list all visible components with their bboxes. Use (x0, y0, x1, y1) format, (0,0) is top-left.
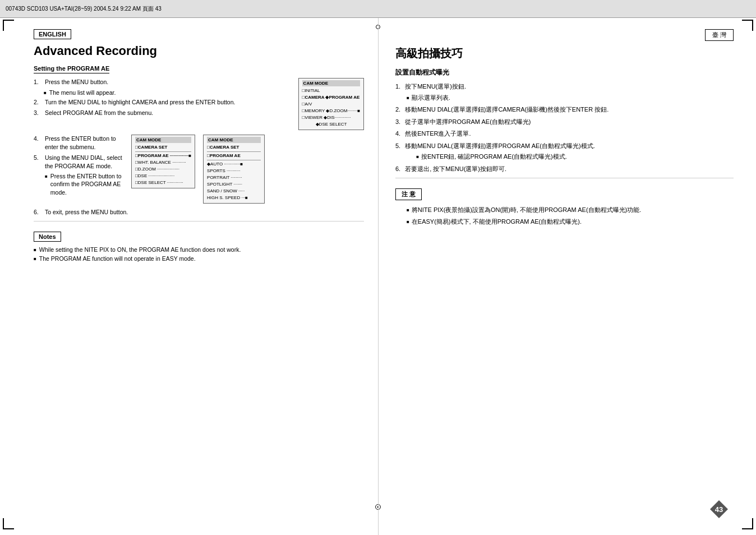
zh-section-heading: 設置自動程式曝光 (395, 68, 734, 77)
cam-mode-3-title: CAM MODE (207, 137, 261, 143)
step-3-text: Select PROGRAM AE from the submenu. (45, 109, 153, 117)
step-4-num: 4. (34, 135, 45, 143)
step-2-num: 2. (34, 98, 45, 107)
cam-mode-3-item-3: PORTRAIT ········· (207, 174, 261, 181)
main-content: ENGLISH Advanced Recording Setting the P… (0, 18, 756, 535)
zh-step-4-text: 然後ENTER進入子選單. (405, 129, 471, 139)
step-4-text: Press the ENTER button to enter the subm… (45, 135, 123, 151)
step-6-num: 6. (34, 208, 45, 216)
zh-step-4: 4. 然後ENTER進入子選單. (395, 129, 734, 139)
step-2-text: Turn the MENU DIAL to highlight CAMERA a… (45, 98, 235, 107)
step-5-bullet-1: Press the ENTER button to confirm the PR… (45, 172, 123, 197)
zh-divider (395, 178, 734, 178)
zh-step-3-num: 3. (395, 117, 400, 127)
cam-mode-1-item-6: ◆DSE SELECT (302, 121, 360, 128)
cam-mode-2-item-1: □PROGRAM AE ···············■ (135, 153, 191, 159)
cam-mode-1-item-2: □CAMERA ◆PROGRAM AE (302, 94, 360, 101)
zh-notes-item-1: 將NITE PIX(夜景拍攝)設置為ON(開)時, 不能使用PROGRAM AE… (395, 205, 734, 215)
cam-mode-2-camera-set: □CAMERA SET (135, 144, 191, 151)
cam-mode-2-item-2: □WHT. BALANCE ··········· (135, 159, 191, 166)
step-6: 6. To exit, press the MENU button. (34, 208, 364, 216)
taiwan-label: 臺 灣 (705, 29, 734, 41)
zh-step-3-text: 從子選單中選擇PROGRAM AE(自動程式曝光) (405, 117, 531, 127)
en-title: Advanced Recording (34, 44, 364, 58)
english-label: ENGLISH (34, 29, 71, 39)
cam-mode-diagram-3: CAM MODE □CAMERA SET □PROGRAM AE ◆AUTO ·… (203, 135, 265, 204)
cam-mode-2-item-4: □DSE ····················· (135, 173, 191, 179)
step-4: 4. Press the ENTER button to enter the s… (34, 135, 123, 151)
zh-step-1-num: 1. (395, 82, 400, 91)
zh-title: 高級拍攝技巧 (395, 46, 734, 61)
step-1-bullet: The menu list will appear. (44, 89, 289, 96)
zh-step-4-num: 4. (395, 129, 400, 139)
zh-step-3: 3. 從子選單中選擇PROGRAM AE(自動程式曝光) (395, 117, 734, 127)
notes-item-2: The PROGRAM AE function will not operate… (34, 255, 364, 262)
cam-mode-1-item-4: □MEMORY ◆D.ZOOM········■ (302, 108, 360, 114)
header-bar: 00743D SCD103 USA+TAI(28~59) 2004.5.24 9… (0, 0, 756, 18)
zh-step-2-num: 2. (395, 105, 400, 114)
zh-step-1-bullet: 顯示選單列表. (395, 93, 734, 103)
step-3: 3. Select PROGRAM AE from the submenu. (34, 109, 289, 117)
cam-mode-2-item-5: □DSE SELECT ············· (135, 179, 191, 186)
zh-step-5-bullet: 按ENTER鈕, 確認PROGRAM AE(自動程式曝光)模式. (405, 152, 595, 162)
cam-mode-3-item-1: ◆AUTO ·············■ (207, 161, 261, 168)
zh-step-2: 2. 移動MENU DIAL(選單選擇鈕)選擇CAMERA(攝影機)然後按下EN… (395, 105, 734, 114)
cam-mode-3-program-ae: □PROGRAM AE (207, 153, 261, 159)
zh-notes-label: 注 意 (395, 188, 422, 200)
step-5-num: 5. (34, 154, 45, 162)
cam-mode-3-item-6: HIGH S. SPEED ···■ (207, 195, 261, 201)
zh-step-1: 1. 按下MENU(選單)按鈕. 顯示選單列表. (395, 82, 734, 102)
zh-step-6-text: 若要退出, 按下MENU(選單)按鈕即可. (405, 164, 506, 174)
zh-step-5-num: 5. (395, 141, 400, 151)
zh-step-6: 6. 若要退出, 按下MENU(選單)按鈕即可. (395, 164, 734, 174)
notes-label: Notes (34, 232, 61, 242)
cam-mode-3-item-4: SPOTLIGHT ······· (207, 181, 261, 188)
zh-step-1-text: 按下MENU(選單)按鈕. (405, 82, 466, 91)
step-6-text: To exit, press the MENU button. (45, 208, 128, 216)
step-5-text: Using the MENU DIAL, select the PROGRAM … (45, 154, 123, 170)
cam-mode-3-item-5: SAND / SNOW ····· (207, 188, 261, 195)
zh-step-6-num: 6. (395, 164, 400, 174)
notes-item-1: While setting the NITE PIX to ON, the PR… (34, 246, 364, 253)
step-2: 2. Turn the MENU DIAL to highlight CAMER… (34, 98, 289, 107)
step-1-num: 1. (34, 78, 45, 86)
header-text: 00743D SCD103 USA+TAI(28~59) 2004.5.24 9… (6, 5, 162, 13)
cam-mode-diagram-1: CAM MODE □INITIAL □CAMERA ◆PROGRAM AE □A… (298, 78, 364, 130)
section-heading: Setting the PROGRAM AE (34, 65, 109, 73)
left-column: ENGLISH Advanced Recording Setting the P… (0, 18, 378, 535)
zh-notes-item-2: 在EASY(簡易)模式下, 不能使用PROGRAM AE(自動程式曝光). (395, 217, 734, 227)
divider (34, 221, 364, 222)
cam-mode-1-item-5: □VIEWER ◆DIS············· (302, 114, 360, 121)
zh-step-2-text: 移動MENU DIAL(選單選擇鈕)選擇CAMERA(攝影機)然後按下ENTER… (405, 105, 609, 114)
cam-mode-2-title: CAM MODE (135, 137, 191, 143)
cam-mode-1-title: CAM MODE (302, 80, 360, 86)
zh-step-5-text: 移動MENU DIAL(選單選擇鈕)選擇PROGRAM AE(自動程式曝光)模式… (405, 141, 595, 151)
step-1-text: Press the MENU button. (45, 78, 108, 86)
cam-mode-3-item-2: SPORTS ··········· (207, 168, 261, 174)
cam-mode-3-camera-set: □CAMERA SET (207, 144, 261, 151)
step-1: 1. Press the MENU button. (34, 78, 289, 86)
step-5: 5. Using the MENU DIAL, select the PROGR… (34, 154, 123, 196)
cam-mode-2-item-3: □D.ZOOM ·················· (135, 166, 191, 173)
cam-mode-1-item-1: □INITIAL (302, 87, 360, 94)
page-number: 43 (710, 500, 728, 518)
right-column: 臺 灣 高級拍攝技巧 設置自動程式曝光 1. 按下MENU(選單)按鈕. 顯示選… (378, 18, 756, 535)
cam-mode-diagram-2: CAM MODE □CAMERA SET □PROGRAM AE ·······… (131, 135, 195, 188)
cam-mode-1-item-3: □A/V (302, 101, 360, 108)
step-3-num: 3. (34, 109, 45, 117)
page-container: 00743D SCD103 USA+TAI(28~59) 2004.5.24 9… (0, 0, 756, 535)
zh-step-5: 5. 移動MENU DIAL(選單選擇鈕)選擇PROGRAM AE(自動程式曝光… (395, 141, 734, 162)
